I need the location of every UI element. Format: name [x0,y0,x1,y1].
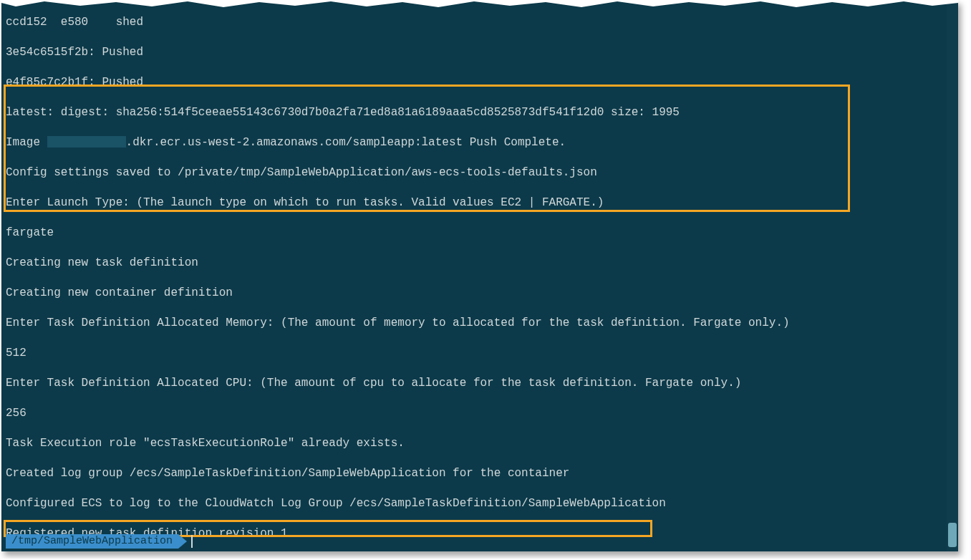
redacted-account-id [47,136,126,148]
output-line: Configured ECS to log to the CloudWatch … [6,496,945,511]
output-line: Creating new container definition [6,286,945,301]
scrollbar-track[interactable] [947,0,958,551]
prompt-row[interactable]: /tmp/SampleWebApplication [6,534,193,549]
scrollbar-thumb[interactable] [948,523,957,547]
output-line: Enter Launch Type: (The launch type on w… [6,195,945,211]
output-line: Config settings saved to /private/tmp/Sa… [6,165,945,180]
output-line: Task Execution role "ecsTaskExecutionRol… [6,436,945,451]
output-line: e4f85c7c2b1f: Pushed [6,75,945,90]
output-line: Creating new task definition [6,256,945,271]
terminal-output: ccd152 e580 shed 3e54c6515f2b: Pushed e4… [6,0,945,551]
cursor [191,535,193,548]
output-line: 512 [6,346,945,361]
output-line: Enter Task Definition Allocated Memory: … [6,316,945,331]
output-line: 3e54c6515f2b: Pushed [6,45,945,60]
output-line: latest: digest: sha256:514f5ceeae55143c6… [6,105,945,120]
prompt-segment-path: /tmp/SampleWebApplication [6,534,178,549]
output-line: Created log group /ecs/SampleTaskDefinit… [6,466,945,481]
terminal-window[interactable]: ccd152 e580 shed 3e54c6515f2b: Pushed e4… [1,0,958,551]
output-line: Image .dkr.ecr.us-west-2.amazonaws.com/s… [6,135,945,150]
output-line: ccd152 e580 shed [6,15,945,30]
output-line: 256 [6,406,945,421]
output-line: fargate [6,226,945,241]
output-line: Enter Task Definition Allocated CPU: (Th… [6,376,945,391]
